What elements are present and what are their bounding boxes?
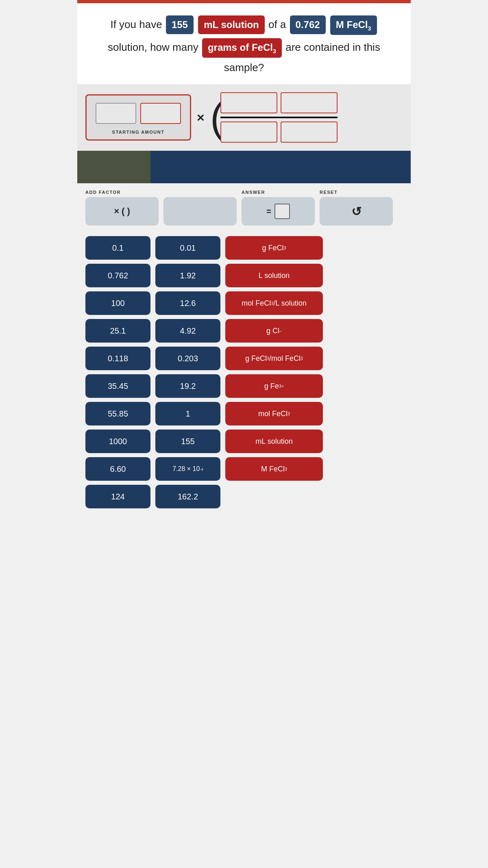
denominator-value-input[interactable] (220, 122, 277, 143)
unit-btn-mol-fecl3[interactable]: mol FeCl3 (225, 402, 323, 425)
num-btn-0-203[interactable]: 0.203 (155, 347, 220, 370)
numerator-unit-input[interactable] (281, 92, 338, 113)
starting-amount-inputs (96, 103, 181, 124)
reset-button[interactable]: ↺ (320, 197, 393, 226)
multiply-sign: × (197, 110, 205, 125)
num-btn-100[interactable]: 100 (85, 291, 150, 315)
add-factor-button[interactable]: × ( ) (85, 197, 159, 226)
top-bar (77, 0, 411, 3)
num-btn-4-92[interactable]: 4.92 (155, 319, 220, 343)
controls-labels-row: ADD FACTOR ANSWER RESET (85, 190, 403, 195)
answer-button[interactable]: = (242, 197, 315, 226)
dark-band-left (77, 151, 150, 183)
compound-tag: M FeCl3 (330, 15, 377, 35)
unit-tag: mL solution (198, 15, 265, 34)
btn-grid: 0.1 0.762 100 25.1 0.118 35.45 55.85 100… (85, 236, 403, 508)
problem-text-4: are contained in this (285, 41, 380, 53)
denominator-row (220, 122, 338, 143)
num-btn-19-2[interactable]: 19.2 (155, 374, 220, 398)
equals-sign: = (266, 207, 271, 216)
num-btn-1[interactable]: 1 (155, 402, 220, 425)
num-btn-162-2[interactable]: 162.2 (155, 485, 220, 508)
calc-area: STARTING AMOUNT × ( (77, 84, 411, 151)
num-btn-0-762[interactable]: 0.762 (85, 264, 150, 287)
unit-btn-ml-solution[interactable]: mL solution (225, 430, 323, 453)
starting-amount-label: STARTING AMOUNT (112, 130, 165, 135)
num-btn-35-45[interactable]: 35.45 (85, 374, 150, 398)
buttons-section: 0.1 0.762 100 25.1 0.118 35.45 55.85 100… (77, 232, 411, 521)
reset-label: RESET (320, 190, 393, 195)
number-col-2: 0.01 1.92 12.6 4.92 0.203 19.2 1 155 7.2… (155, 236, 220, 508)
add-factor-label: ADD FACTOR (85, 190, 159, 195)
unit-btn-m-fecl3[interactable]: M FeCl3 (225, 457, 323, 481)
num-btn-6-60[interactable]: 6.60 (85, 457, 150, 481)
blank-label (163, 190, 237, 195)
amount-tag: 155 (166, 15, 194, 34)
problem-line2: solution, how many grams of FeCl3 are co… (85, 38, 403, 58)
unit-btn-g-cl[interactable]: g Cl– (225, 319, 323, 343)
num-btn-0-01[interactable]: 0.01 (155, 236, 220, 260)
controls-section: ADD FACTOR ANSWER RESET × ( ) = ↺ (77, 183, 411, 232)
num-btn-0-118[interactable]: 0.118 (85, 347, 150, 370)
reset-icon: ↺ (351, 204, 362, 219)
problem-section: If you have 155 mL solution of a 0.762 M… (77, 3, 411, 84)
unit-btn-g-fecl3-mol[interactable]: g FeCl3/mol FeCl3 (225, 347, 323, 370)
starting-amount-box: STARTING AMOUNT (85, 94, 191, 141)
unit-col: g FeCl3 L solution mol FeCl3/L solution … (225, 236, 323, 508)
num-btn-0-1[interactable]: 0.1 (85, 236, 150, 260)
numerator-row (220, 92, 338, 113)
unit-btn-l-solution[interactable]: L solution (225, 264, 323, 287)
num-btn-25-1[interactable]: 25.1 (85, 319, 150, 343)
dark-band-right (150, 151, 411, 183)
num-btn-155[interactable]: 155 (155, 430, 220, 453)
denominator-unit-input[interactable] (281, 122, 338, 143)
equation-row: STARTING AMOUNT × ( (85, 92, 403, 143)
concentration-tag: 0.762 (290, 15, 326, 34)
starting-value-input[interactable] (96, 103, 136, 124)
problem-text-2: of a (268, 18, 286, 30)
answer-box (274, 204, 290, 219)
num-btn-55-85[interactable]: 55.85 (85, 402, 150, 425)
add-factor-icon: × ( ) (114, 206, 130, 217)
unit-btn-g-fecl3[interactable]: g FeCl3 (225, 236, 323, 260)
problem-text-3: solution, how many (108, 41, 201, 53)
starting-unit-input[interactable] (140, 103, 181, 124)
problem-line3: sample? (85, 59, 403, 76)
fraction-inputs (220, 92, 338, 143)
num-btn-1000[interactable]: 1000 (85, 430, 150, 453)
num-btn-7-28e-4[interactable]: 7.28 × 10-4 (155, 457, 220, 481)
fraction-divider (220, 117, 338, 118)
unit-btn-g-fe3[interactable]: g Fe3+ (225, 374, 323, 398)
numerator-value-input[interactable] (220, 92, 277, 113)
fraction-section: ( (210, 92, 338, 143)
dark-band (77, 151, 411, 183)
problem-line1: If you have 155 mL solution of a 0.762 M… (85, 15, 403, 35)
problem-text-1: If you have (110, 18, 162, 30)
controls-row: × ( ) = ↺ (85, 197, 403, 226)
answer-label: ANSWER (242, 190, 315, 195)
unit-btn-mol-fecl3-l[interactable]: mol FeCl3/L solution (225, 291, 323, 315)
num-btn-124[interactable]: 124 (85, 485, 150, 508)
unit2-tag: grams of FeCl3 (202, 38, 282, 58)
number-col-1: 0.1 0.762 100 25.1 0.118 35.45 55.85 100… (85, 236, 150, 508)
empty-factor-button[interactable] (163, 197, 237, 226)
num-btn-12-6[interactable]: 12.6 (155, 291, 220, 315)
num-btn-1-92[interactable]: 1.92 (155, 264, 220, 287)
